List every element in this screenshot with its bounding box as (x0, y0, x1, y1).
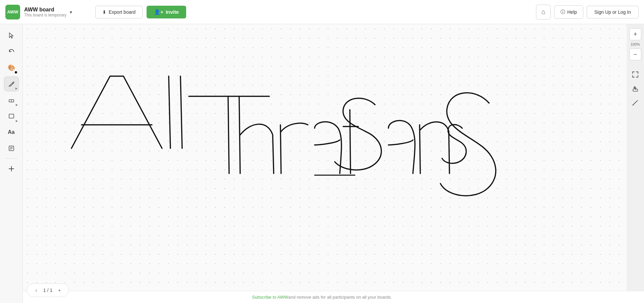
hand-pan-icon (632, 85, 639, 92)
board-title-text: AWW board This board is temporary (24, 7, 66, 17)
current-page: 1 (43, 288, 46, 293)
subscribe-text: and remove ads for all participants on a… (288, 295, 392, 300)
pen-tool-button[interactable]: ▶ (4, 77, 19, 91)
home-icon: ⌂ (541, 8, 545, 16)
select-tool-button[interactable] (4, 28, 19, 43)
fullscreen-button[interactable] (629, 68, 641, 81)
prev-icon: ‹ (36, 288, 37, 293)
info-icon: ⓘ (560, 9, 565, 15)
export-icon: ⬇ (102, 9, 106, 15)
plus-icon: + (634, 31, 637, 38)
board-subtitle: This board is temporary (24, 13, 66, 17)
svg-point-12 (633, 105, 634, 106)
shape-icon (8, 113, 15, 119)
page-indicator: 1 / 1 (43, 288, 52, 293)
laser-pointer-button[interactable] (629, 97, 641, 109)
board-title-area: AWW board This board is temporary ▾ (24, 7, 91, 17)
svg-line-11 (637, 100, 638, 101)
header-right: ⌂ ⓘ Help Sign Up or Log In (536, 5, 639, 19)
invite-button[interactable]: 👤+ Invite (147, 6, 186, 18)
pen-icon (8, 81, 15, 87)
shape-sub-arrow: ▶ (16, 119, 18, 122)
eraser-tool-button[interactable]: ▶ (4, 93, 19, 107)
page-controls: ‹ 1 / 1 + (27, 284, 69, 297)
help-label: Help (567, 9, 577, 15)
color-dot (14, 71, 17, 74)
subscribe-link[interactable]: Subscribe to AWW (252, 295, 288, 300)
canvas-area[interactable] (23, 24, 627, 303)
zoom-in-button[interactable]: + (629, 28, 641, 40)
text-tool-button[interactable]: Aa (4, 125, 19, 140)
eraser-sub-arrow: ▶ (16, 103, 18, 106)
svg-rect-3 (9, 114, 14, 118)
left-toolbar: 🎨 ▶ ▶ ▶ Aa (0, 24, 23, 303)
undo-icon (8, 48, 15, 55)
home-button[interactable]: ⌂ (536, 5, 551, 19)
header: AWW AWW board This board is temporary ▾ … (0, 0, 644, 24)
add-tool-button[interactable] (4, 161, 19, 176)
prev-page-button[interactable]: ‹ (32, 286, 41, 295)
palette-icon: 🎨 (8, 64, 15, 71)
drawing-canvas[interactable] (23, 24, 627, 303)
signup-button[interactable]: Sign Up or Log In (587, 6, 639, 18)
next-page-button[interactable]: + (55, 286, 64, 295)
cursor-icon (8, 32, 15, 39)
bottom-bar: Subscribe to AWW and remove ads for all … (0, 291, 644, 303)
minus-icon: − (634, 51, 637, 58)
next-icon: + (58, 288, 61, 293)
export-label: Export board (109, 9, 136, 15)
fullscreen-icon (632, 71, 639, 78)
board-name: AWW board (24, 7, 66, 13)
undo-button[interactable] (4, 44, 19, 59)
board-dropdown-arrow[interactable]: ▾ (68, 8, 73, 16)
svg-line-0 (12, 83, 13, 84)
invite-label: Invite (166, 9, 179, 15)
invite-icon: 👤+ (154, 9, 163, 15)
zoom-out-button[interactable]: − (629, 48, 641, 60)
svg-line-10 (633, 101, 637, 105)
pen-sub-arrow: ▶ (15, 87, 17, 90)
laser-icon (632, 99, 639, 106)
help-button[interactable]: ⓘ Help (554, 5, 583, 19)
note-icon (8, 145, 15, 152)
export-board-button[interactable]: ⬇ Export board (95, 6, 143, 18)
pan-button[interactable] (629, 83, 641, 95)
add-icon (8, 165, 15, 172)
toolbar-separator (5, 158, 17, 159)
zoom-level: 100% (631, 42, 640, 46)
note-tool-button[interactable] (4, 141, 19, 156)
eraser-icon (8, 97, 15, 103)
right-toolbar: + 100% − (627, 24, 644, 113)
shape-tool-button[interactable]: ▶ (4, 109, 19, 123)
total-pages: 1 (50, 288, 52, 293)
color-tool-button[interactable]: 🎨 (4, 60, 19, 75)
aww-logo[interactable]: AWW (5, 5, 20, 19)
text-icon: Aa (8, 129, 14, 135)
signup-label: Sign Up or Log In (594, 9, 631, 15)
